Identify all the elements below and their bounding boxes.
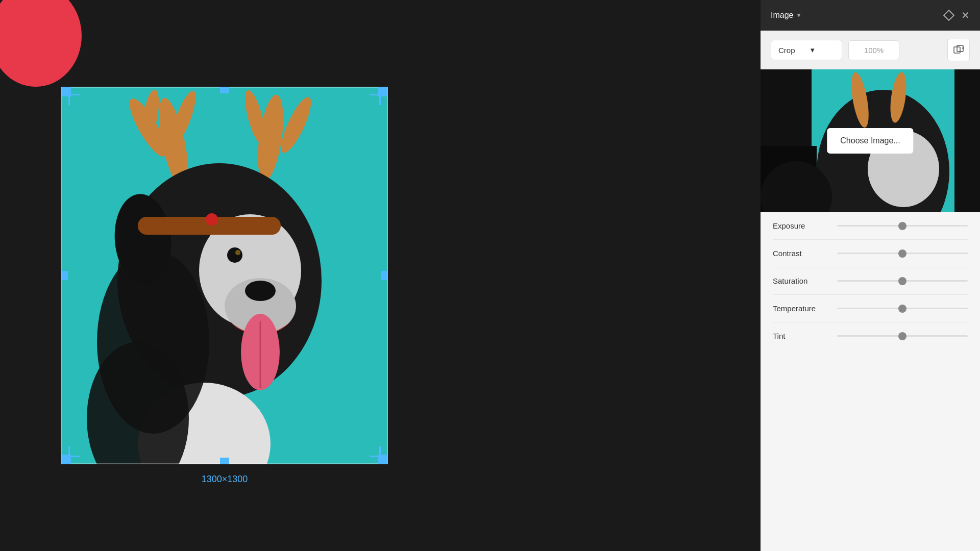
exposure-thumb[interactable]	[898, 222, 906, 230]
zoom-input[interactable]	[848, 40, 899, 60]
adjustment-row-temperature: Temperature	[773, 295, 968, 322]
exposure-slider[interactable]	[837, 225, 968, 227]
dimension-label: 1300×1300	[202, 474, 248, 485]
crop-select-chevron: ▾	[811, 45, 815, 55]
adjustments-panel: Exposure Contrast Saturation Temperature…	[761, 212, 980, 551]
temperature-label: Temperature	[773, 304, 829, 313]
temperature-thumb[interactable]	[898, 305, 906, 313]
adjustment-row-saturation: Saturation	[773, 267, 968, 295]
adjustment-row-tint: Tint	[773, 322, 968, 349]
toolbar-area: Crop ▾	[761, 31, 980, 69]
exposure-label: Exposure	[773, 221, 829, 230]
panel-actions: ✕	[945, 9, 970, 21]
canvas-area: 1300×1300	[0, 0, 449, 551]
rotate-icon	[953, 44, 964, 56]
crop-handle-tm[interactable]	[220, 87, 229, 93]
contrast-thumb[interactable]	[898, 249, 906, 258]
choose-image-button[interactable]: Choose Image...	[827, 128, 913, 154]
crop-select-label: Crop	[778, 46, 795, 55]
rotate-button[interactable]	[947, 39, 970, 61]
crop-handle-bm[interactable]	[220, 458, 229, 464]
panel-title-area: Image ▾	[771, 11, 800, 20]
close-icon: ✕	[961, 9, 970, 21]
panel-title-chevron[interactable]: ▾	[797, 12, 800, 19]
tint-thumb[interactable]	[898, 332, 906, 340]
crop-handle-ml[interactable]	[62, 271, 68, 280]
image-preview-area: Choose Image...	[761, 69, 980, 212]
adjustment-row-exposure: Exposure	[773, 212, 968, 240]
crop-overlay	[61, 87, 388, 464]
tint-label: Tint	[773, 332, 829, 340]
crop-handle-mr[interactable]	[381, 271, 387, 280]
crop-handle-tl[interactable]	[62, 87, 71, 96]
crop-container[interactable]: 1300×1300	[61, 87, 388, 464]
diamond-button[interactable]	[945, 11, 953, 19]
contrast-slider[interactable]	[837, 253, 968, 254]
tint-slider[interactable]	[837, 335, 968, 337]
crop-handle-tr[interactable]	[378, 87, 387, 96]
saturation-thumb[interactable]	[898, 277, 906, 285]
crop-handle-bl[interactable]	[62, 455, 71, 464]
saturation-slider[interactable]	[837, 280, 968, 282]
saturation-label: Saturation	[773, 277, 829, 285]
diamond-icon	[943, 9, 955, 21]
right-panel: Image ▾ ✕ Crop ▾	[761, 0, 980, 551]
temperature-slider[interactable]	[837, 308, 968, 309]
crop-handle-br[interactable]	[378, 455, 387, 464]
panel-header: Image ▾ ✕	[761, 0, 980, 31]
panel-title: Image	[771, 11, 793, 20]
adjustment-row-contrast: Contrast	[773, 240, 968, 267]
crop-select[interactable]: Crop ▾	[771, 40, 842, 60]
close-button[interactable]: ✕	[961, 9, 970, 21]
contrast-label: Contrast	[773, 249, 829, 258]
